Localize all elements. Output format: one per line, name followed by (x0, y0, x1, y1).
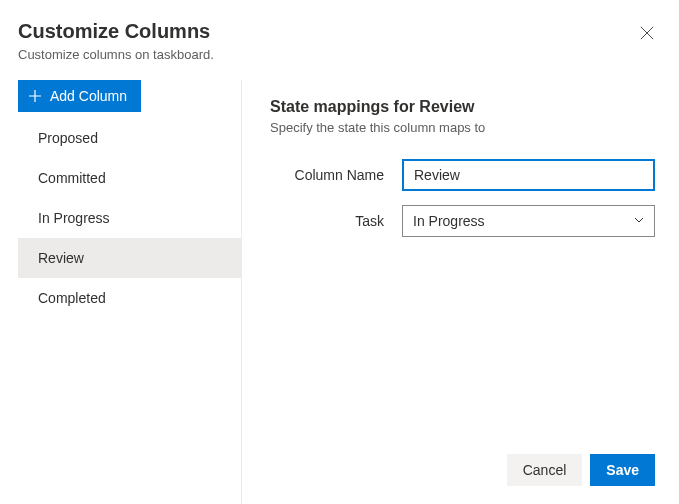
sidebar-item-completed[interactable]: Completed (18, 278, 241, 318)
sidebar-item-review[interactable]: Review (18, 238, 241, 278)
dialog-title: Customize Columns (18, 20, 655, 43)
column-list: Proposed Committed In Progress Review Co… (18, 118, 241, 318)
dialog-body: Add Column Proposed Committed In Progres… (18, 80, 655, 504)
close-button[interactable] (635, 22, 659, 46)
task-label: Task (270, 213, 402, 229)
section-title: State mappings for Review (270, 98, 655, 116)
dialog-header: Customize Columns Customize columns on t… (18, 20, 655, 62)
sidebar-item-in-progress[interactable]: In Progress (18, 198, 241, 238)
dialog-subtitle: Customize columns on taskboard. (18, 47, 655, 62)
add-column-button[interactable]: Add Column (18, 80, 141, 112)
task-select[interactable]: In Progress (402, 205, 655, 237)
column-name-label: Column Name (270, 167, 402, 183)
content-panel: State mappings for Review Specify the st… (242, 80, 655, 504)
dialog-footer: Cancel Save (507, 454, 655, 486)
customize-columns-dialog: Customize Columns Customize columns on t… (0, 0, 679, 504)
sidebar: Add Column Proposed Committed In Progres… (18, 80, 242, 504)
column-name-row: Column Name (270, 159, 655, 191)
task-select-value: In Progress (413, 213, 485, 229)
sidebar-item-proposed[interactable]: Proposed (18, 118, 241, 158)
section-subtitle: Specify the state this column maps to (270, 120, 655, 135)
cancel-button[interactable]: Cancel (507, 454, 583, 486)
task-row: Task In Progress (270, 205, 655, 237)
save-button[interactable]: Save (590, 454, 655, 486)
add-column-label: Add Column (50, 88, 127, 104)
column-name-input[interactable] (402, 159, 655, 191)
sidebar-item-committed[interactable]: Committed (18, 158, 241, 198)
close-icon (640, 26, 654, 43)
plus-icon (28, 89, 42, 103)
